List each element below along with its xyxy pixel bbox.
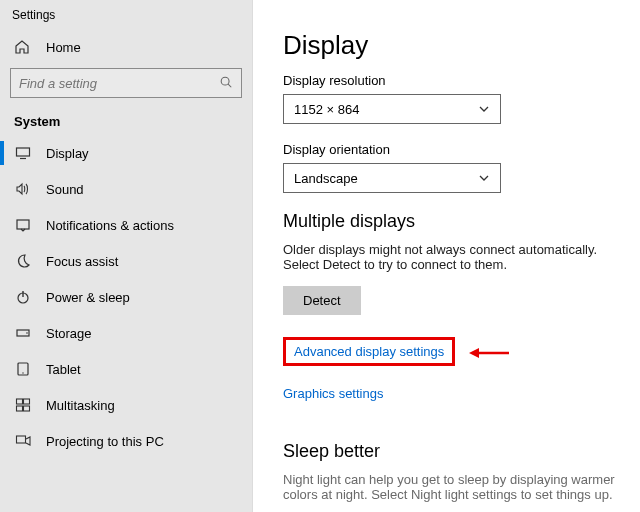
chevron-down-icon (478, 103, 490, 115)
nav-list: DisplaySoundNotifications & actionsFocus… (0, 135, 252, 459)
nav-item-label: Multitasking (46, 398, 115, 413)
monitor-icon (14, 145, 32, 161)
advanced-display-settings-link[interactable]: Advanced display settings (294, 344, 444, 359)
orientation-label: Display orientation (283, 142, 640, 157)
highlight-box: Advanced display settings (283, 337, 455, 366)
nav-item-sound[interactable]: Sound (0, 171, 252, 207)
nav-item-display[interactable]: Display (0, 135, 252, 171)
resolution-value: 1152 × 864 (294, 102, 359, 117)
nav-item-focus-assist[interactable]: Focus assist (0, 243, 252, 279)
nav-item-power-sleep[interactable]: Power & sleep (0, 279, 252, 315)
search-box[interactable] (10, 68, 242, 98)
tablet-icon (14, 361, 32, 377)
home-nav[interactable]: Home (0, 30, 252, 64)
storage-icon (14, 325, 32, 341)
chevron-down-icon (478, 172, 490, 184)
nav-item-label: Projecting to this PC (46, 434, 164, 449)
nav-item-storage[interactable]: Storage (0, 315, 252, 351)
sleep-better-header: Sleep better (283, 441, 640, 462)
detect-button[interactable]: Detect (283, 286, 361, 315)
svg-marker-17 (469, 348, 479, 358)
search-icon (219, 75, 233, 89)
nav-item-label: Storage (46, 326, 92, 341)
annotation-arrow (469, 346, 509, 360)
nav-item-multitasking[interactable]: Multitasking (0, 387, 252, 423)
nav-pane: Settings Home System DisplaySoundNotific… (0, 0, 253, 512)
resolution-dropdown[interactable]: 1152 × 864 (283, 94, 501, 124)
nav-item-label: Power & sleep (46, 290, 130, 305)
nav-item-label: Focus assist (46, 254, 118, 269)
home-label: Home (46, 40, 81, 55)
nav-item-label: Sound (46, 182, 84, 197)
svg-rect-13 (17, 406, 23, 411)
power-icon (14, 289, 32, 305)
svg-rect-15 (17, 436, 26, 443)
multitask-icon (14, 397, 32, 413)
nav-item-label: Notifications & actions (46, 218, 174, 233)
nav-item-tablet[interactable]: Tablet (0, 351, 252, 387)
search-input[interactable] (11, 69, 207, 97)
orientation-value: Landscape (294, 171, 358, 186)
svg-rect-2 (17, 148, 30, 156)
sound-icon (14, 181, 32, 197)
settings-app: Settings Home System DisplaySoundNotific… (0, 0, 640, 512)
multiple-displays-header: Multiple displays (283, 211, 640, 232)
multiple-displays-desc: Older displays might not always connect … (283, 242, 623, 272)
nav-item-projecting-to-this-pc[interactable]: Projecting to this PC (0, 423, 252, 459)
svg-point-0 (221, 77, 229, 85)
nav-item-label: Display (46, 146, 89, 161)
nav-item-label: Tablet (46, 362, 81, 377)
home-icon (14, 39, 32, 55)
nav-item-notifications-actions[interactable]: Notifications & actions (0, 207, 252, 243)
svg-point-10 (22, 372, 23, 373)
resolution-label: Display resolution (283, 73, 640, 88)
sleep-better-desc: Night light can help you get to sleep by… (283, 472, 628, 502)
moon-icon (14, 253, 32, 269)
notify-icon (14, 217, 32, 233)
svg-rect-11 (17, 399, 23, 404)
window-title: Settings (0, 8, 252, 30)
orientation-dropdown[interactable]: Landscape (283, 163, 501, 193)
svg-rect-4 (17, 220, 29, 229)
svg-point-8 (26, 332, 28, 334)
page-title: Display (283, 30, 640, 61)
project-icon (14, 433, 32, 449)
graphics-settings-link[interactable]: Graphics settings (283, 386, 383, 401)
svg-rect-14 (24, 406, 30, 411)
svg-line-1 (228, 84, 231, 87)
section-header: System (0, 98, 252, 135)
content-pane: Display Display resolution 1152 × 864 Di… (253, 0, 640, 512)
svg-rect-12 (24, 399, 30, 404)
